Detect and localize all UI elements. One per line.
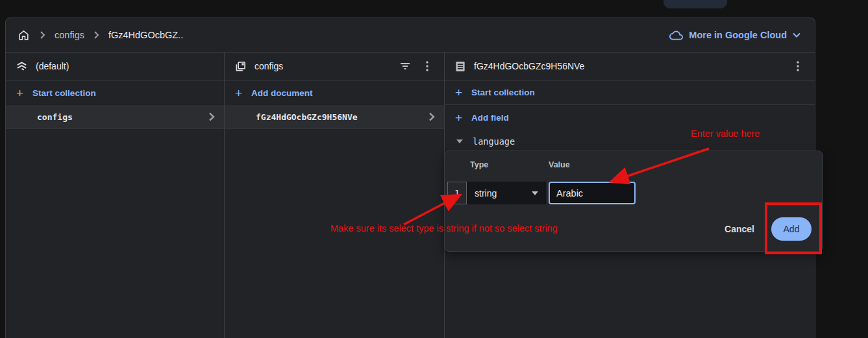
- start-collection-button[interactable]: + Start collection: [6, 80, 224, 105]
- database-panel-header: (default): [6, 53, 224, 80]
- cloud-icon: [669, 30, 683, 40]
- breadcrumb-item-configs[interactable]: configs: [55, 30, 84, 40]
- more-in-google-cloud-link[interactable]: More in Google Cloud: [669, 30, 800, 40]
- doc-start-collection-label: Start collection: [471, 88, 535, 97]
- more-link-label: More in Google Cloud: [689, 30, 787, 40]
- type-select-value: string: [475, 188, 497, 199]
- dialog-footer: Cancel Add: [725, 217, 812, 241]
- document-panel-title: fGz4HdGOcbGZc9H56NVe: [474, 61, 584, 71]
- more-vert-icon[interactable]: [418, 57, 436, 75]
- collection-icon: [235, 61, 246, 72]
- add-field-label: Add field: [471, 113, 509, 123]
- chevron-right-icon: [428, 112, 435, 121]
- field-index-box: 1: [447, 182, 467, 204]
- start-collection-label: Start collection: [32, 88, 96, 98]
- breadcrumb: configs fGz4HdGOcbGZ.. More in Google Cl…: [6, 18, 815, 53]
- select-caret-icon: [532, 191, 538, 195]
- breadcrumb-chevron-icon: [93, 31, 99, 39]
- panel-collection: configs + Add document: [224, 53, 444, 338]
- firestore-database-icon: [16, 61, 27, 72]
- plus-icon: +: [455, 86, 462, 99]
- plus-icon: +: [16, 87, 23, 99]
- add-document-label: Add document: [251, 88, 313, 98]
- value-input[interactable]: [549, 182, 636, 204]
- doc-start-collection-button[interactable]: + Start collection: [445, 80, 815, 105]
- breadcrumb-item-document: fGz4HdGOcbGZ..: [108, 30, 183, 40]
- document-row[interactable]: fGz4HdGOcbGZc9H56NVe: [225, 105, 444, 129]
- breadcrumb-chevron-icon: [40, 31, 45, 39]
- add-field-button[interactable]: + Add field: [445, 105, 815, 130]
- document-panel-header: fGz4HdGOcbGZc9H56NVe: [445, 53, 815, 80]
- collection-panel-header: configs: [225, 53, 444, 80]
- panel-database: (default) + Start collection configs: [6, 53, 224, 338]
- database-panel-title: (default): [36, 61, 69, 71]
- chevron-right-icon: [208, 112, 215, 121]
- collapse-triangle-icon[interactable]: [456, 139, 463, 143]
- add-button[interactable]: Add: [771, 217, 812, 241]
- plus-icon: +: [235, 87, 242, 99]
- add-document-button[interactable]: + Add document: [225, 80, 444, 105]
- collection-panel-title: configs: [254, 61, 283, 71]
- chevron-down-icon: [793, 32, 800, 38]
- top-partial-button[interactable]: [663, 0, 727, 8]
- more-vert-icon[interactable]: [789, 57, 807, 75]
- add-field-dialog: Type Value 1 string Cancel Add: [444, 151, 823, 252]
- cancel-button[interactable]: Cancel: [725, 224, 754, 234]
- collection-row-label: configs: [37, 112, 73, 122]
- type-select[interactable]: string: [467, 182, 546, 204]
- home-icon[interactable]: [16, 28, 31, 42]
- collection-row-configs[interactable]: configs: [6, 105, 224, 129]
- type-label: Type: [470, 160, 488, 169]
- document-row-label: fGz4HdGOcbGZc9H56NVe: [256, 112, 358, 122]
- field-name-label: language: [473, 136, 515, 147]
- document-icon: [455, 61, 465, 72]
- value-label: Value: [549, 160, 570, 169]
- filter-icon[interactable]: [396, 57, 414, 75]
- field-row-language[interactable]: language: [445, 130, 815, 153]
- plus-icon: +: [455, 112, 462, 124]
